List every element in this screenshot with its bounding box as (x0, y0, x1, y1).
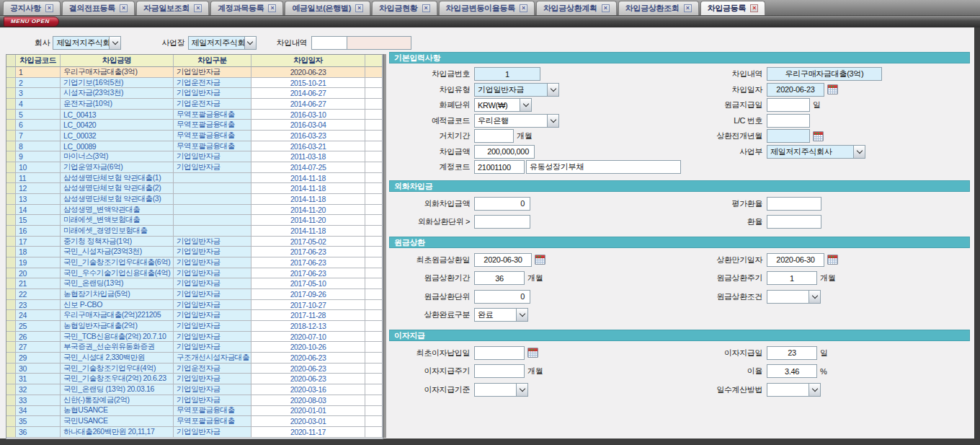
first-principal-repay-date-field[interactable]: 2020-06-30 (474, 253, 532, 267)
company-select[interactable]: 제일저지주식회사 (53, 36, 121, 50)
principal-repay-cycle-field[interactable]: 1 (767, 271, 817, 285)
table-row[interactable]: 2기업기보(16억5천)기업운전자금2015-10-21 (6, 78, 383, 89)
row-selector-cell[interactable] (6, 131, 16, 141)
row-selector-cell[interactable] (6, 151, 16, 162)
principal-repay-period-field[interactable]: 36 (474, 271, 525, 285)
table-row[interactable]: 7LC_00032무역포괄금융대출2016-03-23 (6, 131, 383, 141)
table-row[interactable]: 30국민_기술창조기업우대(4억)기업운전자금2020-06-23 (6, 364, 383, 374)
tab-fund-daily-report[interactable]: 자금일보조회× (136, 1, 209, 15)
tab-account-register[interactable]: 계정과목등록× (210, 1, 283, 15)
tab-loan-rate-change[interactable]: 차입금변동이율등록× (439, 1, 535, 15)
table-row[interactable]: 11삼성생명단체보험 약관대출(1)2014-11-18 (6, 173, 383, 184)
row-selector-cell[interactable] (6, 110, 16, 120)
chevron-down-icon[interactable] (808, 384, 820, 396)
fx-loan-amount-field[interactable]: 0 (474, 197, 530, 211)
table-row[interactable]: 34농협USANCE무역포괄금융대출2020-01-01 (6, 406, 383, 417)
row-selector-cell[interactable] (6, 406, 16, 417)
table-row[interactable]: 5LC_00413무역포괄금융대출2016-03-10 (6, 110, 383, 120)
first-interest-pay-date-field[interactable] (474, 346, 525, 360)
table-row[interactable]: 36하나대출260백만원 20,11,17기업일반자금2020-11-17 (6, 427, 383, 438)
lc-number-field[interactable] (767, 114, 810, 128)
menu-open-button[interactable]: MENU OPEN (4, 17, 59, 27)
table-row[interactable]: 35국민USANCE무역포괄금융대출2020-03-01 (6, 416, 383, 427)
table-row[interactable]: 24우리구매자금대출(2억)221205기업일반자금2017-11-28 (6, 310, 383, 321)
row-selector-cell[interactable] (6, 205, 16, 216)
valuation-exchange-rate-field[interactable] (767, 197, 821, 211)
table-row[interactable]: 19국민_기술창조기업우대대출(6억)기업일반자금2017-06-23 (6, 257, 383, 268)
account-code-name-field[interactable]: 유동성장기부채 (526, 160, 681, 174)
row-selector-cell[interactable] (6, 364, 16, 374)
table-row[interactable]: 26국민_TCB신용대출(2억) 20.7.10기업일반자금2020-07-10 (6, 332, 383, 343)
tab-close-icon[interactable]: × (45, 4, 53, 12)
row-selector-cell[interactable] (6, 226, 16, 237)
row-selector-cell[interactable] (6, 416, 16, 427)
chevron-down-icon[interactable] (520, 99, 531, 111)
tab-loan-status[interactable]: 차입금현황× (372, 1, 437, 15)
table-row[interactable]: 25농협일반자금대출(2억)기업일반자금2018-12-13 (6, 321, 383, 332)
row-selector-cell[interactable] (6, 353, 16, 364)
row-selector-cell[interactable] (6, 141, 16, 152)
table-row[interactable]: 31국민_기술창조우대(2억) 20.6.23기업일반자금2020-06-23 (6, 374, 383, 384)
tab-voucher-entry[interactable]: 결의전표등록× (62, 1, 135, 15)
chevron-down-icon[interactable] (516, 309, 527, 321)
day-count-method-select[interactable] (767, 383, 821, 397)
loan-amount-field[interactable]: 200,000,000 (474, 145, 535, 159)
row-selector-cell[interactable] (6, 194, 16, 205)
panel-splitter[interactable] (383, 54, 386, 438)
table-row[interactable]: 22농협장기차입금(5억)기업일반자금2017-09-26 (6, 289, 383, 300)
row-selector-cell[interactable] (6, 374, 16, 384)
interest-pay-cycle-field[interactable] (474, 364, 525, 378)
chevron-down-icon[interactable] (808, 291, 820, 303)
table-row[interactable]: 8LC_00089무역포괄금융대출2016-03-21 (6, 141, 383, 152)
chevron-down-icon[interactable] (244, 37, 256, 49)
row-selector-cell[interactable] (6, 247, 16, 257)
row-selector-cell[interactable] (6, 300, 16, 311)
row-selector-cell[interactable] (6, 173, 16, 184)
principal-pay-day-field[interactable] (767, 98, 810, 112)
tab-close-icon[interactable]: × (194, 4, 202, 12)
row-selector-cell[interactable] (6, 78, 16, 89)
table-row[interactable]: 33신한(-)통장예금(2억)기업일반자금2020-08-03 (6, 395, 383, 406)
calendar-icon[interactable] (527, 348, 538, 358)
site-select[interactable]: 제일저지주식회사 (188, 36, 257, 50)
table-row[interactable]: 32국민_온랜딩 (13억) 20.03.16기업일반자금2020-03-16 (6, 384, 383, 395)
row-selector-cell[interactable] (6, 88, 16, 99)
table-row[interactable]: 6LC_00420무역포괄금융대출2016-03-04 (6, 120, 383, 131)
row-selector-cell[interactable] (6, 215, 16, 226)
tab-close-icon[interactable]: × (268, 4, 276, 12)
chevron-down-icon[interactable] (516, 384, 527, 396)
tab-close-icon[interactable]: × (422, 4, 430, 12)
tab-close-icon[interactable]: × (602, 4, 610, 12)
chevron-down-icon[interactable] (853, 146, 865, 158)
table-row[interactable]: 17중기청 정책자금(1억)기업일반자금2017-05-02 (6, 237, 383, 247)
exchange-rate-field[interactable] (767, 215, 821, 229)
table-row[interactable]: 12삼성생명단체보험 약관대출(2)2014-11-18 (6, 183, 383, 194)
table-row[interactable]: 29국민_시설대 2,330백만원구조개선시설자금대출2020-06-23 (6, 353, 383, 364)
row-selector-cell[interactable] (6, 268, 16, 279)
row-selector-cell[interactable] (6, 120, 16, 131)
table-row[interactable]: 16미래에셋_경영인보험대출2014-11-18 (6, 226, 383, 237)
table-row[interactable]: 10기업운영자금(6억)기업일반자금2014-07-25 (6, 162, 383, 173)
tab-loan-repay-inquiry[interactable]: 차입금상환조회× (618, 1, 699, 15)
row-selector-cell[interactable] (6, 332, 16, 343)
calendar-icon[interactable] (813, 131, 824, 141)
row-selector-cell[interactable] (6, 427, 16, 438)
row-selector-cell[interactable] (6, 342, 16, 353)
grace-period-field[interactable] (474, 129, 514, 143)
tab-close-icon[interactable]: × (355, 4, 363, 12)
row-selector-cell[interactable] (6, 384, 16, 395)
repay-maturity-date-field[interactable]: 2020-06-30 (767, 253, 824, 267)
loan-desc-input[interactable] (311, 36, 347, 50)
table-row[interactable]: 1우리구매자금대출(3억)기업일반자금2020-06-23 (6, 67, 383, 78)
table-row[interactable]: 18국민_시설자금(23억3천)기업일반자금2017-06-23 (6, 247, 383, 257)
tab-loan-register[interactable]: 차입금등록× (700, 1, 766, 15)
interest-pay-basis-select[interactable] (474, 383, 528, 397)
tab-close-icon[interactable]: × (120, 4, 128, 12)
calendar-icon[interactable] (535, 255, 545, 265)
tab-close-icon[interactable]: × (684, 4, 692, 12)
tab-close-icon[interactable]: × (750, 4, 758, 12)
calendar-icon[interactable] (827, 255, 838, 265)
repay-complete-type-select[interactable]: 완료 (474, 308, 528, 322)
tab-deposit-daily-bank[interactable]: 예금일보(은행별)× (285, 1, 370, 15)
chevron-down-icon[interactable] (547, 115, 558, 127)
